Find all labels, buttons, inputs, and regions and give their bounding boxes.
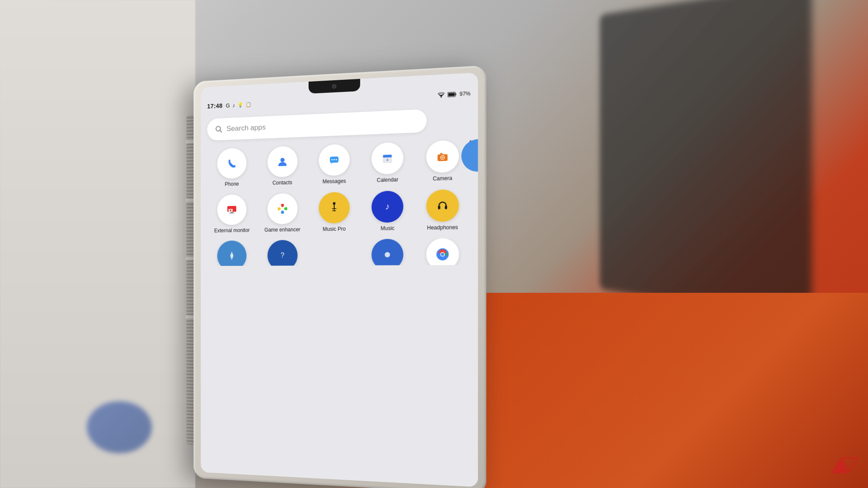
phone-ridges [187,115,194,445]
app-item-partial-1[interactable] [207,240,257,266]
external-monitor-icon [224,202,239,217]
partial-app-icon-4 [380,247,396,263]
search-placeholder-text: Search apps [227,123,266,133]
search-bar-container[interactable]: Search apps [207,108,449,141]
app-item-music[interactable]: ♪ Music [361,190,415,232]
chrome-icon [434,246,451,262]
svg-rect-2 [455,93,456,95]
external-monitor-label: External monitor [214,227,250,234]
music-label: Music [381,225,395,232]
svg-text:♪: ♪ [385,201,390,211]
app-item-partial-3 [308,239,361,266]
battery-percentage: 97% [460,91,471,98]
messages-app-icon [326,152,342,168]
status-right-icons: 97% [437,91,470,98]
app-drawer: Search apps [201,102,478,487]
phone-body: 17:48 G ♪ 💡 📋 [194,66,486,488]
watermark [829,452,859,479]
calendar-app-icon: 4 [380,150,396,167]
contacts-app-icon [275,154,290,170]
svg-line-5 [220,130,222,132]
bg-right-monitor [600,0,812,322]
svg-point-42 [434,197,451,214]
camera-app-icon [434,148,451,165]
app-row-3-partial: ? [207,238,470,266]
svg-point-49 [385,252,390,257]
app-item-external-monitor[interactable]: External monitor [207,194,257,234]
phone-app-label: Phone [225,181,239,188]
camera-app-label: Camera [433,175,452,183]
svg-text:?: ? [280,252,284,259]
headphones-icon [434,197,451,214]
calendar-app-label: Calendar [377,177,398,184]
svg-rect-30 [230,213,234,213]
light-icon: 💡 [237,102,243,108]
google-icon: G [226,102,230,108]
app-item-game-enhancer[interactable]: Game enhancer [257,193,308,233]
bg-orange-table [477,293,868,488]
app-item-headphones[interactable]: Headphones [415,189,470,232]
front-camera [332,84,336,89]
messages-app-label: Messages [322,178,346,185]
svg-point-0 [441,97,442,98]
app-item-partial-4[interactable] [361,239,415,266]
app-item-music-pro[interactable]: Music Pro [308,191,361,233]
app-item-calendar[interactable]: 4 Calendar [361,141,415,184]
music-status-icon: ♪ [232,102,235,108]
svg-point-54 [441,253,444,256]
contacts-app-label: Contacts [273,180,293,187]
app-item-contacts[interactable]: Contacts [257,145,308,187]
game-enhancer-icon [275,201,290,216]
svg-rect-43 [438,206,440,209]
app-item-messages[interactable]: Messages [308,144,361,186]
svg-text:4: 4 [387,158,389,162]
svg-rect-29 [230,212,233,213]
app-item-partial-2[interactable]: ? [257,240,308,266]
app-row-2: External monitor [207,189,470,234]
partial-app-icon-1 [224,248,239,263]
battery-icon [447,92,457,97]
search-icon [215,125,223,133]
app-item-partial-chrome[interactable] [415,238,470,266]
app-item-phone[interactable]: Phone [207,147,257,189]
search-bar[interactable]: Search apps [207,109,427,141]
bg-blue-object [87,401,152,453]
music-icon: ♪ [380,199,396,215]
svg-rect-44 [445,206,447,209]
phone-notch [309,79,360,94]
partial-app-icon-2: ? [275,248,290,263]
phone-app-icon [224,156,239,171]
headphones-label: Headphones [427,224,458,231]
svg-rect-24 [440,153,442,155]
app-row-1: Phone Contacts [207,140,470,189]
music-pro-icon [326,200,342,216]
status-icons: G ♪ 💡 📋 [226,101,251,108]
svg-rect-3 [448,93,455,96]
music-pro-label: Music Pro [323,226,346,233]
game-enhancer-label: Game enhancer [264,226,300,234]
watermark-logo [829,452,859,478]
phone-screen: 17:48 G ♪ 💡 📋 [201,72,478,487]
svg-point-6 [224,156,239,171]
phone-device: 17:48 G ♪ 💡 📋 [194,66,486,488]
svg-rect-17 [383,155,392,158]
wifi-icon [437,92,445,98]
status-time: 17:48 [207,102,223,110]
phone-status-icon: 📋 [246,102,251,107]
